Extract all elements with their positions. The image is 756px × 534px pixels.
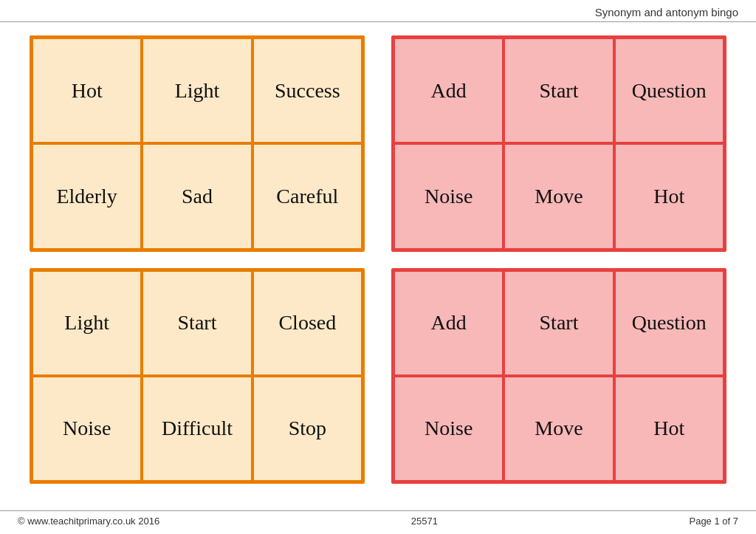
bingo-cell-2-1[interactable]: Add xyxy=(394,38,504,143)
bingo-cell-4-4[interactable]: Noise xyxy=(394,376,504,482)
bingo-cell-4-1[interactable]: Add xyxy=(394,270,504,376)
bingo-cell-4-3[interactable]: Question xyxy=(614,270,724,376)
bingo-cell-2-2[interactable]: Start xyxy=(504,38,614,143)
footer-page: Page 1 of 7 xyxy=(689,516,738,527)
bingo-cell-3-6[interactable]: Stop xyxy=(252,376,362,482)
bingo-cell-1-5[interactable]: Sad xyxy=(142,143,252,249)
bingo-cell-3-5[interactable]: Difficult xyxy=(142,376,252,482)
bingo-cell-4-2[interactable]: Start xyxy=(504,270,614,376)
bingo-cell-3-2[interactable]: Start xyxy=(142,270,252,376)
bingo-cell-2-4[interactable]: Noise xyxy=(394,143,504,249)
page-title: Synonym and antonym bingo xyxy=(595,6,738,18)
bingo-cell-4-5[interactable]: Move xyxy=(504,376,614,482)
bingo-card-2: AddStartQuestionNoiseMoveHot xyxy=(391,35,726,252)
page-header: Synonym and antonym bingo xyxy=(0,0,756,22)
page-footer: © www.teachitprimary.co.uk 2016 25571 Pa… xyxy=(0,510,756,534)
bingo-card-4: AddStartQuestionNoiseMoveHot xyxy=(391,268,726,485)
bingo-card-1: HotLightSuccessElderlySadCareful xyxy=(30,35,365,252)
bingo-cell-3-3[interactable]: Closed xyxy=(252,270,362,376)
bingo-cell-1-3[interactable]: Success xyxy=(252,38,362,143)
bingo-cell-1-1[interactable]: Hot xyxy=(32,38,142,143)
bingo-cell-2-5[interactable]: Move xyxy=(504,143,614,249)
bingo-cell-3-4[interactable]: Noise xyxy=(32,376,142,482)
bingo-cell-2-6[interactable]: Hot xyxy=(614,143,724,249)
bingo-cell-2-3[interactable]: Question xyxy=(614,38,724,143)
footer-code: 25571 xyxy=(411,516,438,527)
bingo-card-3: LightStartClosedNoiseDifficultStop xyxy=(30,268,365,485)
bingo-cell-3-1[interactable]: Light xyxy=(32,270,142,376)
bingo-cell-1-2[interactable]: Light xyxy=(142,38,252,143)
bingo-cell-4-6[interactable]: Hot xyxy=(614,376,724,482)
bingo-cell-1-6[interactable]: Careful xyxy=(252,143,362,249)
main-content: HotLightSuccessElderlySadCarefulAddStart… xyxy=(0,22,756,491)
footer-copyright: © www.teachitprimary.co.uk 2016 xyxy=(18,516,159,527)
bingo-cell-1-4[interactable]: Elderly xyxy=(32,143,142,249)
